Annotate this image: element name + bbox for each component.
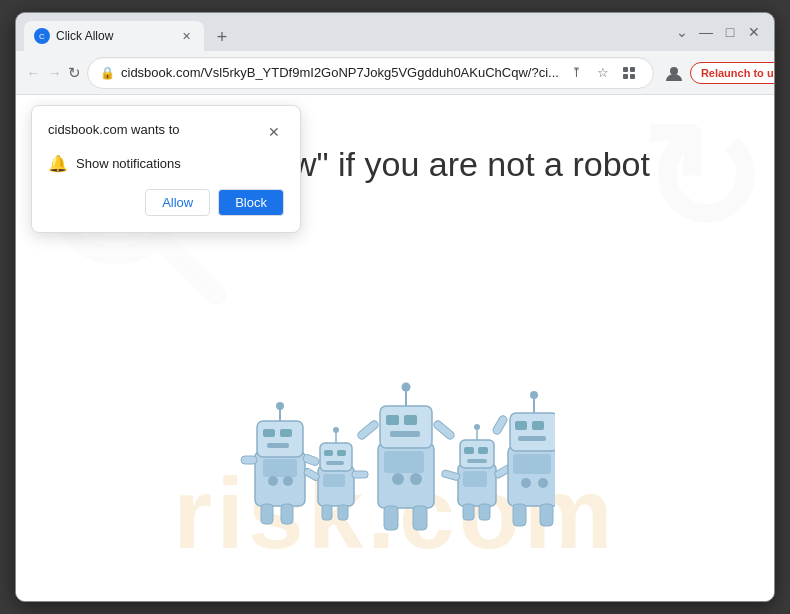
svg-rect-11 xyxy=(257,421,303,457)
svg-rect-31 xyxy=(323,474,345,487)
reload-button[interactable]: ↻ xyxy=(68,58,81,88)
svg-rect-25 xyxy=(320,443,352,471)
svg-point-39 xyxy=(402,383,411,392)
svg-point-19 xyxy=(283,476,293,486)
svg-rect-20 xyxy=(261,504,273,524)
svg-rect-4 xyxy=(623,74,628,79)
svg-rect-51 xyxy=(460,440,494,468)
svg-rect-3 xyxy=(630,67,635,72)
svg-rect-46 xyxy=(384,506,398,530)
svg-rect-55 xyxy=(478,447,488,454)
svg-text:C: C xyxy=(39,32,45,41)
svg-rect-33 xyxy=(338,505,348,520)
svg-rect-41 xyxy=(404,415,417,425)
svg-rect-37 xyxy=(380,406,432,448)
svg-line-8 xyxy=(161,240,216,295)
svg-rect-42 xyxy=(390,431,420,437)
block-button[interactable]: Block xyxy=(218,189,284,216)
share-icon[interactable]: ⤒ xyxy=(565,61,589,85)
svg-point-13 xyxy=(276,402,284,410)
svg-rect-67 xyxy=(532,421,544,430)
bell-icon: 🔔 xyxy=(48,154,68,173)
svg-rect-56 xyxy=(467,459,487,463)
page-content: ↺ risk.com Click "Allow" if you are not … xyxy=(16,95,774,601)
svg-rect-32 xyxy=(322,505,332,520)
title-bar: C Click Allow ✕ + ⌄ — □ ✕ xyxy=(16,13,774,51)
svg-rect-43 xyxy=(384,451,424,473)
notification-popup: cidsbook.com wants to ✕ 🔔 Show notificat… xyxy=(31,105,301,233)
svg-rect-49 xyxy=(432,419,456,441)
svg-rect-68 xyxy=(518,436,546,441)
toolbar-actions: Relaunch to update ⋮ xyxy=(660,59,775,87)
address-bar[interactable]: 🔒 cidsbook.com/Vsl5rkyB_YTDf9mI2GoNP7Jok… xyxy=(87,57,654,89)
svg-point-6 xyxy=(670,67,678,75)
allow-button[interactable]: Allow xyxy=(145,189,210,216)
close-button[interactable]: ✕ xyxy=(746,24,762,40)
svg-rect-58 xyxy=(463,504,474,520)
svg-point-53 xyxy=(474,424,480,430)
svg-rect-54 xyxy=(464,447,474,454)
svg-rect-57 xyxy=(463,471,487,487)
permission-text: Show notifications xyxy=(76,156,181,171)
svg-rect-35 xyxy=(352,471,368,478)
svg-rect-15 xyxy=(280,429,292,437)
svg-rect-74 xyxy=(492,414,509,435)
svg-rect-17 xyxy=(263,459,297,477)
svg-rect-69 xyxy=(513,454,551,474)
tab-title: Click Allow xyxy=(56,29,172,43)
svg-point-18 xyxy=(268,476,278,486)
svg-rect-63 xyxy=(510,413,555,451)
svg-rect-73 xyxy=(540,504,553,526)
svg-rect-66 xyxy=(515,421,527,430)
svg-rect-59 xyxy=(479,504,490,520)
popup-permission: 🔔 Show notifications xyxy=(48,154,284,173)
svg-rect-28 xyxy=(324,450,333,456)
address-text: cidsbook.com/Vsl5rkyB_YTDf9mI2GoNP7Jokg5… xyxy=(121,65,559,80)
svg-rect-29 xyxy=(337,450,346,456)
tab-area: C Click Allow ✕ + xyxy=(24,13,670,51)
browser-window: C Click Allow ✕ + ⌄ — □ ✕ ← → ↻ 🔒 cidsbo… xyxy=(15,12,775,602)
active-tab[interactable]: C Click Allow ✕ xyxy=(24,21,204,51)
extensions-icon[interactable] xyxy=(617,61,641,85)
svg-rect-14 xyxy=(263,429,275,437)
nav-bar: ← → ↻ 🔒 cidsbook.com/Vsl5rkyB_YTDf9mI2Go… xyxy=(16,51,774,95)
lock-icon: 🔒 xyxy=(100,66,115,80)
svg-point-71 xyxy=(538,478,548,488)
svg-rect-72 xyxy=(513,504,526,526)
svg-rect-5 xyxy=(630,74,635,79)
robots-svg xyxy=(235,361,555,541)
svg-point-45 xyxy=(410,473,422,485)
chevron-icon[interactable]: ⌄ xyxy=(674,24,690,40)
svg-rect-21 xyxy=(281,504,293,524)
robots-illustration xyxy=(235,361,555,541)
popup-header: cidsbook.com wants to ✕ xyxy=(48,122,284,142)
svg-rect-30 xyxy=(326,461,344,465)
profile-icon[interactable] xyxy=(660,59,688,87)
svg-point-44 xyxy=(392,473,404,485)
window-controls: ⌄ — □ ✕ xyxy=(674,24,766,40)
back-button[interactable]: ← xyxy=(26,58,41,88)
svg-rect-48 xyxy=(356,419,380,441)
popup-buttons: Allow Block xyxy=(48,189,284,216)
address-actions: ⤒ ☆ xyxy=(565,61,641,85)
popup-close-button[interactable]: ✕ xyxy=(264,122,284,142)
svg-rect-16 xyxy=(267,443,289,448)
new-tab-button[interactable]: + xyxy=(208,23,236,51)
bookmark-icon[interactable]: ☆ xyxy=(591,61,615,85)
tab-favicon: C xyxy=(34,28,50,44)
svg-rect-22 xyxy=(241,456,257,464)
forward-button[interactable]: → xyxy=(47,58,62,88)
maximize-button[interactable]: □ xyxy=(722,24,738,40)
minimize-button[interactable]: — xyxy=(698,24,714,40)
svg-rect-40 xyxy=(386,415,399,425)
svg-point-27 xyxy=(333,427,339,433)
popup-title: cidsbook.com wants to xyxy=(48,122,180,137)
svg-point-70 xyxy=(521,478,531,488)
tab-close-button[interactable]: ✕ xyxy=(178,28,194,44)
svg-rect-2 xyxy=(623,67,628,72)
svg-rect-47 xyxy=(413,506,427,530)
svg-point-65 xyxy=(530,391,538,399)
relaunch-button[interactable]: Relaunch to update xyxy=(690,62,775,84)
